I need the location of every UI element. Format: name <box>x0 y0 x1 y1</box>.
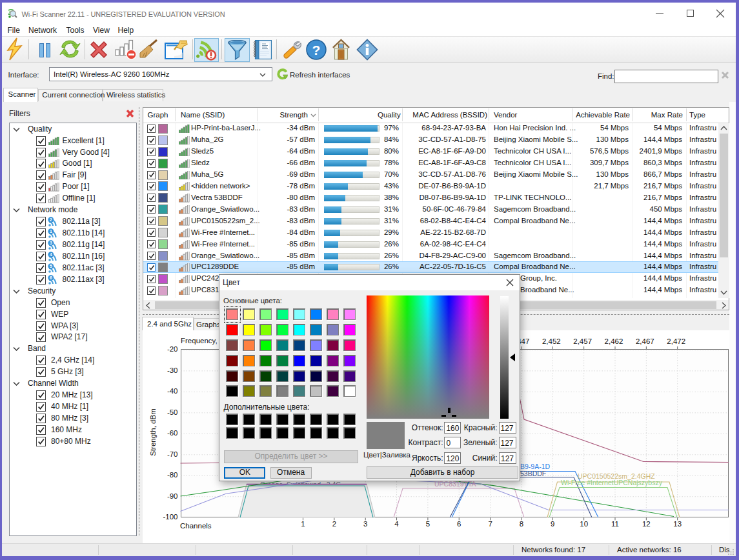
svg-text:1: 1 <box>49 228 52 234</box>
svg-text:2: 2 <box>49 217 52 223</box>
svg-text:5: 5 <box>49 263 52 269</box>
svg-text:3: 3 <box>49 240 52 246</box>
svg-text:6: 6 <box>49 275 52 281</box>
svg-text:53BDDF: 53BDDF <box>520 470 546 477</box>
svg-text:?: ? <box>312 43 321 57</box>
svg-text:Wi-Free #InternetUPCNajszybszy: Wi-Free #InternetUPCNajszybszy <box>561 479 663 486</box>
